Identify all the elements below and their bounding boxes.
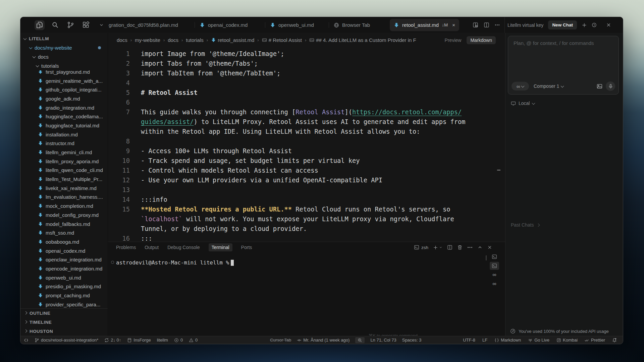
status-markdown[interactable]: Markdown — [494, 338, 521, 343]
close-panel-icon[interactable] — [606, 22, 611, 27]
folder-tutorials[interactable]: tutorials — [20, 61, 108, 70]
status-cursor-tab[interactable]: Cursor Tab — [270, 338, 291, 343]
shell-selector[interactable]: zsh — [414, 245, 428, 250]
tab-close-icon[interactable]: × — [452, 22, 455, 28]
breadcrumb-item[interactable]: tutorials — [186, 37, 204, 43]
file-openweb-ui-md[interactable]: openweb_ui.md — [20, 273, 108, 282]
composer-selector[interactable]: Composer 1 — [534, 83, 564, 89]
breadcrumb-item[interactable]: docs — [168, 37, 178, 43]
file-huggingface-tutorial-md[interactable]: huggingface_tutorial.md — [20, 121, 108, 130]
editor-pane[interactable]: docs›my-website›docs›tutorials›retool_as… — [108, 33, 505, 242]
file-google-adk-md[interactable]: google_adk.md — [20, 94, 108, 103]
file-model-fallbacks-md[interactable]: model_fallbacks.md — [20, 220, 108, 229]
chat-input-box[interactable]: Plan, @ for context, / for commands ∞ Co… — [508, 36, 619, 95]
breadcrumb-item[interactable]: # Retool Assist — [262, 37, 302, 43]
file-msft-sso-md[interactable]: msft_sso.md — [20, 228, 108, 237]
terminal-tab-terminal[interactable]: Terminal — [209, 243, 232, 251]
status-remote[interactable] — [24, 338, 29, 343]
new-chat-tab[interactable]: New Chat — [548, 20, 577, 29]
status-utf-8[interactable]: UTF-8 — [463, 338, 475, 343]
terminal-instance-infinity[interactable]: ∞ — [490, 271, 499, 279]
split-editor-icon[interactable] — [484, 22, 489, 28]
terminal-tab-problems[interactable]: Problems — [116, 245, 136, 250]
status-0[interactable]: 0 — [189, 338, 198, 343]
more-icon[interactable] — [495, 22, 500, 27]
chevron-down-icon[interactable] — [96, 20, 106, 30]
file-prompt-caching-md[interactable]: prompt_caching.md — [20, 291, 108, 300]
status-go-live[interactable]: Go Live — [528, 338, 549, 343]
file-gradio-integration-md[interactable]: gradio_integration.md — [20, 103, 108, 112]
file-livekit-xai-realtime-md[interactable]: livekit_xai_realtime.md — [20, 184, 108, 193]
breadcrumb-item[interactable]: ## 4. Add LiteLLM as a Custom Provider i… — [309, 37, 416, 43]
file-litellm-test-multiple-pr-[interactable]: litellm_Test_Multiple_Pr... — [20, 175, 108, 184]
section-outline[interactable]: OUTLINE — [20, 309, 108, 318]
mode-selector[interactable]: ∞ — [512, 82, 529, 90]
tab-openai-codex-md[interactable]: openai_codex.md — [195, 17, 265, 33]
file-instructor-md[interactable]: instructor.md — [20, 139, 108, 148]
tab-browser-tab[interactable]: Browser Tab — [329, 17, 389, 33]
file-provider-specific-para-[interactable]: provider_specific_para... — [20, 300, 108, 309]
breadcrumb-item[interactable]: retool_assist.md — [211, 37, 254, 43]
history-icon[interactable] — [592, 22, 597, 27]
source-control-icon[interactable] — [65, 20, 75, 30]
status-ln-71-col-73[interactable]: Ln 71, Col 73 — [370, 338, 396, 343]
files-icon[interactable] — [35, 20, 45, 30]
image-icon[interactable] — [597, 83, 602, 89]
breadcrumb-item[interactable]: my-website — [135, 37, 160, 43]
split-editor-search-icon[interactable] — [473, 22, 478, 28]
folder-docs-my-website[interactable]: docs/my-website — [20, 43, 108, 52]
code-area[interactable]: 1import Image from '@theme/IdealImage';2… — [108, 47, 505, 242]
env-selector[interactable]: Local — [511, 101, 535, 106]
extensions-icon[interactable] — [81, 20, 91, 30]
breadcrumb-item[interactable]: docs — [117, 37, 127, 43]
file-lm-evaluation-harness-[interactable]: lm_evaluation_harness.... — [20, 193, 108, 202]
terminal-tab-ports[interactable]: Ports — [241, 245, 252, 250]
tab-openweb-ui-md[interactable]: openweb_ui.md — [265, 17, 329, 33]
status-prettier[interactable]: Prettier — [585, 338, 605, 343]
file-openclaw-integration-md[interactable]: openclaw_integration.md — [20, 255, 108, 264]
file-presidio-pii-masking-md[interactable]: presidio_pii_masking.md — [20, 282, 108, 291]
file-openai-codex-md[interactable]: openai_codex.md — [20, 246, 108, 255]
status-insforge[interactable]: InsForge — [127, 338, 151, 343]
file-mock-completion-md[interactable]: mock_completion.md — [20, 201, 108, 210]
markdown-mode-button[interactable]: Markdown — [467, 36, 496, 44]
status-kombai[interactable]: Kombai — [556, 338, 578, 343]
folder-docs[interactable]: docs — [20, 52, 108, 61]
workspace-header[interactable]: LITELLM — [20, 34, 108, 43]
status-docs-retool-assist-integration-[interactable]: docs/retool-assist-integration* — [35, 338, 98, 343]
file-litellm-qwen-code-cli-md[interactable]: litellm_qwen_code_cli.md — [20, 166, 108, 175]
status-2-0-[interactable]: 2↓ 0↑ — [104, 338, 121, 343]
section-timeline[interactable]: TIMELINE — [20, 318, 108, 327]
tab-retool-assist-md[interactable]: retool_assist.md↓M× — [390, 19, 459, 31]
file-github-copilot-integrati-[interactable]: github_copilot_integrati... — [20, 85, 108, 94]
kill-terminal-icon[interactable] — [457, 245, 463, 250]
file-gemini-realtime-with-a-[interactable]: gemini_realtime_with_a... — [20, 76, 108, 85]
status-lf[interactable]: LF — [482, 338, 487, 343]
status-0[interactable]: 0 — [174, 338, 183, 343]
tab-gration-doc-d075fd58-plan-md[interactable]: gration_doc_d075fd58.plan.md — [108, 17, 195, 33]
status-spaces-3[interactable]: Spaces: 3 — [402, 338, 422, 343]
file-oobabooga-md[interactable]: oobabooga.md — [20, 237, 108, 246]
file-litellm-proxy-aporia-md[interactable]: litellm_proxy_aporia.md — [20, 157, 108, 166]
terminal-scrollbar[interactable] — [486, 255, 487, 260]
status-litellm[interactable]: litellm — [157, 338, 168, 343]
file-model-config-proxy-md[interactable]: model_config_proxy.md — [20, 210, 108, 220]
section-houston[interactable]: HOUSTON — [20, 327, 108, 336]
status-mr-nand-1-week-ago-[interactable]: Mr. Ånand (1 week ago) — [297, 338, 350, 343]
preview-button[interactable]: Preview — [445, 38, 462, 43]
file-installation-md[interactable]: installation.md — [20, 130, 108, 139]
terminal-more-icon[interactable] — [467, 245, 473, 250]
past-chats[interactable]: Past Chats — [511, 222, 539, 228]
file-litellm-gemini-cli-md[interactable]: litellm_gemini_cli.md — [20, 148, 108, 157]
file-huggingface-codellama-[interactable]: huggingface_codellama... — [20, 112, 108, 121]
mic-button[interactable] — [606, 81, 615, 91]
new-terminal-button[interactable] — [433, 245, 442, 250]
plus-icon[interactable] — [582, 22, 587, 28]
terminal-instance-terminal[interactable] — [490, 262, 499, 270]
maximize-panel-icon[interactable] — [477, 245, 483, 250]
terminal-tab-debug-console[interactable]: Debug Console — [167, 245, 200, 250]
terminal-instance-infinity[interactable]: ∞ — [490, 280, 499, 288]
split-terminal-icon[interactable] — [447, 245, 452, 250]
status-zoom[interactable] — [355, 337, 365, 343]
status-bell[interactable] — [612, 338, 617, 343]
